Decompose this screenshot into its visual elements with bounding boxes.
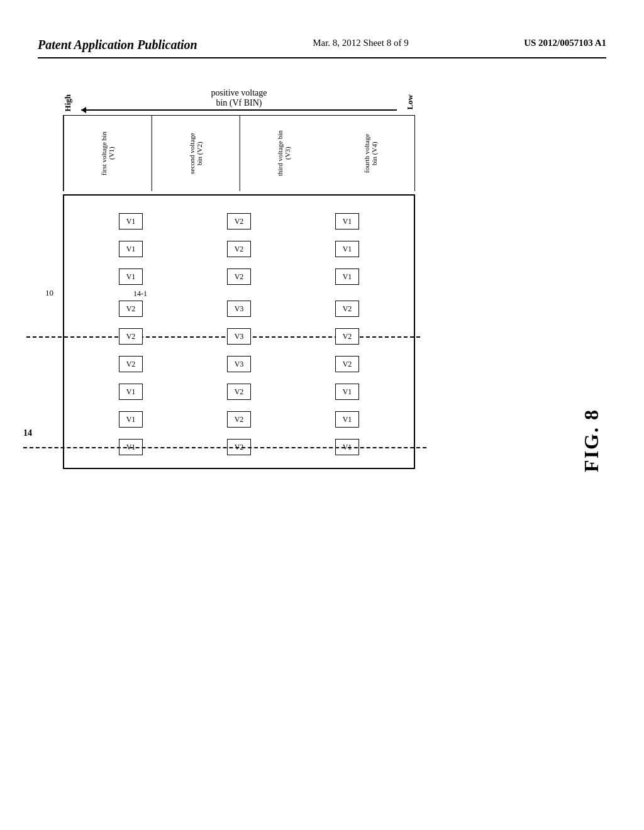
figure-label: FIG. 8 (580, 409, 603, 472)
led-cell: V1 (335, 384, 359, 400)
figure-diagram: High positive voltagebin (Vf BIN) Low fi… (63, 88, 415, 469)
led-cell: V1 (119, 213, 143, 230)
led-cell: V1 (119, 268, 143, 285)
label-14-outer: 14 (23, 428, 32, 438)
led-cell: V2 (227, 384, 251, 400)
patent-number: US 2012/0057103 A1 (524, 38, 606, 48)
voltage-col-v3: third voltage bin(V3) (240, 116, 328, 191)
led-row-4: 10 V2 14-1 V3 V2 (77, 301, 401, 317)
led-cell: V3 (227, 356, 251, 372)
led-cell: V1 (335, 268, 359, 285)
low-label: Low (405, 94, 415, 110)
led-cell: V2 (227, 213, 251, 230)
label-10: 10 (45, 288, 53, 298)
led-cell: V2 (119, 301, 143, 317)
led-cell: V1 (119, 411, 143, 428)
page-header: Patent Application Publication Mar. 8, 2… (38, 38, 606, 58)
publication-title: Patent Application Publication (38, 38, 197, 52)
led-cell: V1 (119, 439, 143, 455)
led-cell: V2 (227, 268, 251, 285)
led-row-2: V1 V2 V1 (77, 241, 401, 257)
led-cell: V1 (335, 411, 359, 428)
led-cell: V2 (119, 356, 143, 372)
led-cell: V2 (335, 301, 359, 317)
label-14-1: 14-1 (133, 289, 147, 299)
voltage-bin-header: High positive voltagebin (Vf BIN) Low fi… (63, 88, 415, 191)
direction-arrow (81, 109, 397, 111)
led-cell: V2 (227, 439, 251, 455)
vf-bin-title: positive voltagebin (Vf BIN) (78, 88, 400, 108)
dashed-reference-line (26, 336, 420, 338)
led-cell: V1 (335, 213, 359, 230)
high-label: High (63, 94, 73, 111)
led-row-5-dashed: V2 V3 V2 (77, 328, 401, 345)
led-cell: V1 (335, 439, 359, 455)
led-row-6: V2 V3 V2 (77, 356, 401, 372)
led-cell: V2 (227, 411, 251, 428)
led-cell: V3 (227, 328, 251, 345)
led-cell: V3 (227, 301, 251, 317)
voltage-col-v2: second voltagebin (V2) (152, 116, 240, 191)
sheet-info: Mar. 8, 2012 Sheet 8 of 9 (313, 38, 408, 48)
high-low-arrow (78, 109, 400, 111)
led-row-7: V1 V2 V1 (77, 384, 401, 400)
led-grid: 14 V1 V2 V1 V1 V2 V1 V1 V2 V1 10 V2 14-1… (63, 194, 415, 469)
led-row-9: V1 V2 V1 (77, 439, 401, 455)
led-cell: V2 (227, 241, 251, 257)
led-cell: V1 (119, 384, 143, 400)
voltage-col-v4: fourth voltagebin (V4) (327, 116, 414, 191)
led-cell: V2 (119, 328, 143, 345)
led-row-8: V1 V2 V1 (77, 411, 401, 428)
led-row-3: V1 V2 V1 (77, 268, 401, 285)
led-row-1: V1 V2 V1 (77, 213, 401, 230)
led-cell: V2 (335, 328, 359, 345)
voltage-col-v1: first voltage bin(V1) (64, 116, 152, 191)
led-cell: V2 (335, 356, 359, 372)
led-cell: V1 (335, 241, 359, 257)
voltage-columns-header: first voltage bin(V1) second voltagebin … (63, 115, 415, 191)
led-cell: V1 (119, 241, 143, 257)
